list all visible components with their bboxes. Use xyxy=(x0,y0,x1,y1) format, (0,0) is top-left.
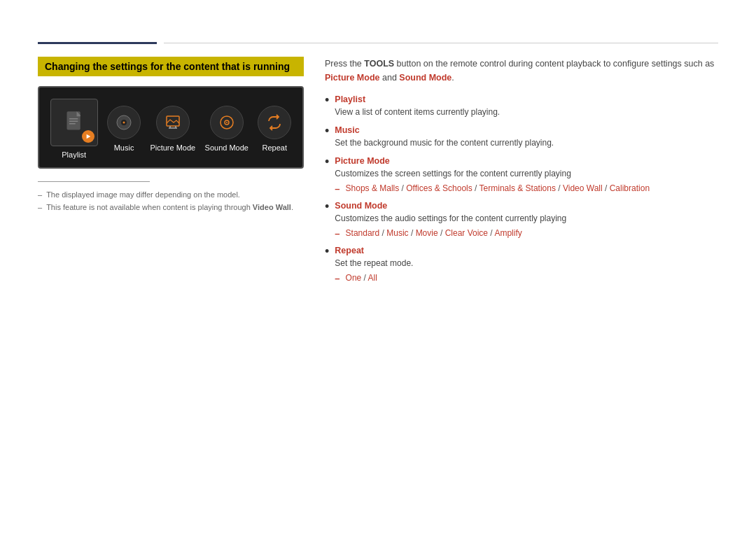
bullet-dot: • xyxy=(325,200,329,213)
bullet-dot: • xyxy=(325,245,329,258)
picture-mode-label: Picture Mode xyxy=(150,143,195,152)
sound-mode-icon-wrap xyxy=(210,106,244,139)
bullet-item-picture-mode: • Picture Mode Customizes the screen set… xyxy=(325,156,718,194)
left-column: Changing the settings for the content th… xyxy=(38,57,304,216)
main-content: Changing the settings for the content th… xyxy=(38,57,718,290)
repeat-sub: – One / All xyxy=(335,273,413,283)
player-item-picture-mode[interactable]: Picture Mode xyxy=(150,106,195,152)
repeat-sub-items: One / All xyxy=(346,273,377,283)
picture-mode-sub: – Shops & Malls / Offices & Schools / Te… xyxy=(335,183,650,194)
svg-point-13 xyxy=(226,122,227,123)
svg-point-8 xyxy=(123,122,125,124)
bullet-title-picture-mode: Picture Mode xyxy=(335,156,650,166)
bullet-content-repeat: Repeat Set the repeat mode. – One / All xyxy=(335,246,413,283)
tools-word: TOOLS xyxy=(364,59,394,69)
note-2: – This feature is not available when con… xyxy=(38,203,304,211)
music-icon-wrap xyxy=(107,106,141,139)
note-1: – The displayed image may differ dependi… xyxy=(38,190,304,199)
page-container: Changing the settings for the content th… xyxy=(0,0,756,318)
sound-mode-icon xyxy=(218,114,235,131)
music-label: Music xyxy=(114,143,134,152)
bullet-desc-picture-mode: Customizes the screen settings for the c… xyxy=(335,167,650,180)
bullet-content-sound-mode: Sound Mode Customizes the audio settings… xyxy=(335,201,566,239)
divider-light xyxy=(164,43,718,43)
player-item-playlist[interactable]: Playlist xyxy=(50,99,98,159)
left-col-divider xyxy=(38,181,150,182)
bullet-desc-sound-mode: Customizes the audio settings for the co… xyxy=(335,212,566,225)
sound-mode-link: Sound Mode xyxy=(399,73,451,83)
divider-dark xyxy=(38,42,157,44)
bullet-desc-repeat: Set the repeat mode. xyxy=(335,257,413,269)
right-column: Press the TOOLS button on the remote con… xyxy=(325,57,718,290)
play-badge xyxy=(82,130,94,143)
picture-mode-link: Picture Mode xyxy=(325,73,380,83)
sound-mode-sub: – Standard / Music / Movie / Clear Voice… xyxy=(335,228,566,239)
playlist-icon-wrap xyxy=(50,99,98,146)
player-item-sound-mode[interactable]: Sound Mode xyxy=(205,106,248,152)
bullet-item-playlist: • Playlist View a list of content items … xyxy=(325,94,718,118)
bullet-title-music: Music xyxy=(335,125,554,135)
music-icon xyxy=(115,114,132,131)
bullet-content-playlist: Playlist View a list of content items cu… xyxy=(335,94,500,118)
bullet-item-music: • Music Set the background music for the… xyxy=(325,125,718,149)
bullet-title-repeat: Repeat xyxy=(335,246,413,255)
section-title: Changing the settings for the content th… xyxy=(38,57,304,76)
bullet-item-sound-mode: • Sound Mode Customizes the audio settin… xyxy=(325,201,718,239)
bullet-content-picture-mode: Picture Mode Customizes the screen setti… xyxy=(335,156,650,194)
picture-mode-icon-wrap xyxy=(156,106,190,139)
bullet-desc-music: Set the background music for the content… xyxy=(335,136,554,149)
playlist-doc-icon xyxy=(64,110,84,135)
bullet-dot: • xyxy=(325,94,329,106)
bullet-list: • Playlist View a list of content items … xyxy=(325,94,718,283)
sound-mode-label: Sound Mode xyxy=(205,143,248,152)
picture-mode-sub-items: Shops & Malls / Offices & Schools / Term… xyxy=(346,183,650,194)
bullet-title-sound-mode: Sound Mode xyxy=(335,201,566,211)
player-item-music[interactable]: Music xyxy=(107,106,141,152)
picture-mode-icon xyxy=(164,114,181,131)
playlist-label: Playlist xyxy=(62,150,86,159)
video-wall-link: Video Wall xyxy=(253,203,291,211)
bullet-title-playlist: Playlist xyxy=(335,94,500,104)
repeat-icon xyxy=(266,114,283,131)
svg-marker-5 xyxy=(86,134,90,139)
bullet-dot: • xyxy=(325,155,329,168)
player-item-repeat[interactable]: Repeat xyxy=(258,106,291,152)
player-box: Playlist Music xyxy=(38,86,304,169)
bullet-content-music: Music Set the background music for the c… xyxy=(335,125,554,149)
bullet-dot: • xyxy=(325,125,329,137)
intro-paragraph: Press the TOOLS button on the remote con… xyxy=(325,57,718,85)
bullet-desc-playlist: View a list of content items currently p… xyxy=(335,106,500,118)
sound-mode-sub-items: Standard / Music / Movie / Clear Voice /… xyxy=(346,228,522,239)
top-dividers xyxy=(38,42,718,44)
repeat-icon-wrap xyxy=(258,106,291,139)
bullet-item-repeat: • Repeat Set the repeat mode. – One / Al… xyxy=(325,246,718,283)
repeat-label: Repeat xyxy=(262,143,287,152)
